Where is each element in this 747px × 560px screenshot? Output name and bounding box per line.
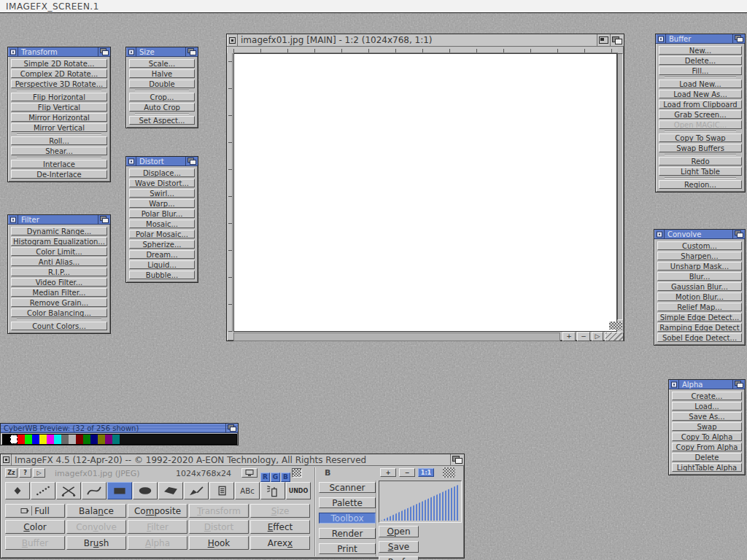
color-swatch[interactable] bbox=[134, 435, 142, 444]
blur-button[interactable]: Blur... bbox=[657, 272, 742, 281]
depth-gadget[interactable] bbox=[732, 380, 745, 389]
play-button[interactable]: ▷ bbox=[33, 468, 45, 478]
page-palette-button[interactable]: Palette bbox=[319, 497, 376, 508]
simple-2d-rotate-button[interactable]: Simple 2D Rotate... bbox=[11, 59, 107, 68]
composite-button[interactable]: Composite bbox=[128, 504, 187, 518]
copy-to-alpha-button[interactable]: Copy To Alpha bbox=[672, 432, 742, 441]
save-as-button[interactable]: Save As... bbox=[672, 412, 742, 421]
warp-button[interactable]: Warp... bbox=[129, 199, 195, 208]
close-gadget[interactable] bbox=[669, 380, 679, 389]
mirror-vertical-button[interactable]: Mirror Vertical bbox=[11, 123, 107, 132]
box-tool[interactable] bbox=[107, 482, 132, 499]
swap-buffers-button[interactable]: Swap Buffers bbox=[659, 144, 742, 152]
motion-blur-button[interactable]: Motion Blur... bbox=[657, 292, 742, 301]
toolbox-title-bar[interactable]: ImageFX 4.5 (12-Apr-20) -- © 1992-2020 A… bbox=[1, 454, 464, 466]
polar-mosaic-button[interactable]: Polar Mosaic... bbox=[129, 230, 195, 238]
scale-button[interactable]: Scale... bbox=[129, 59, 195, 68]
remove-grain-button[interactable]: Remove Grain... bbox=[11, 298, 107, 307]
color-swatch[interactable] bbox=[171, 435, 178, 444]
resize-gadget[interactable] bbox=[605, 332, 624, 341]
region-button[interactable]: Region... bbox=[659, 180, 742, 189]
help-button[interactable]: ? bbox=[19, 468, 31, 478]
effect-button[interactable]: Effect bbox=[250, 520, 310, 534]
color-swatch[interactable] bbox=[32, 435, 39, 444]
color-swatch[interactable] bbox=[214, 435, 222, 444]
image-canvas[interactable] bbox=[233, 53, 617, 332]
copy-from-alpha-button[interactable]: Copy From Alpha bbox=[672, 443, 742, 451]
close-gadget[interactable] bbox=[1, 454, 12, 465]
color-swatch[interactable] bbox=[149, 435, 156, 444]
depth-gadget[interactable] bbox=[450, 454, 464, 465]
video-filter-button[interactable]: Video Filter... bbox=[11, 278, 107, 287]
swirl-button[interactable]: Swirl... bbox=[129, 189, 195, 198]
median-filter-button[interactable]: Median Filter... bbox=[11, 288, 107, 297]
mosaic-button[interactable]: Mosaic... bbox=[129, 219, 195, 228]
load-from-clipboard-button[interactable]: Load from Clipboard bbox=[659, 100, 742, 109]
color-swatch[interactable] bbox=[90, 435, 98, 444]
crop-button[interactable]: Crop... bbox=[129, 93, 195, 101]
halve-button[interactable]: Halve bbox=[129, 69, 195, 78]
polar-blur-button[interactable]: Polar Blur... bbox=[129, 209, 195, 218]
depth-gadget[interactable] bbox=[185, 47, 198, 56]
close-gadget[interactable] bbox=[8, 47, 18, 56]
oval-tool[interactable] bbox=[133, 482, 158, 499]
pointer-tool[interactable] bbox=[5, 482, 30, 499]
displace-button[interactable]: Displace... bbox=[129, 168, 195, 177]
color-button[interactable]: Color bbox=[5, 520, 65, 534]
channel-b-button[interactable]: B bbox=[281, 472, 290, 482]
color-swatch[interactable] bbox=[54, 435, 61, 444]
page-print-button[interactable]: Print bbox=[319, 543, 376, 554]
new-button[interactable]: New... bbox=[659, 46, 742, 55]
pan-gadget[interactable]: ▷ bbox=[592, 332, 603, 341]
grab-screen-button[interactable]: Grab Screen... bbox=[659, 110, 742, 119]
canvas-zoom-in-button[interactable]: + bbox=[562, 332, 576, 341]
color-swatch[interactable] bbox=[127, 435, 134, 444]
palette-title-bar[interactable]: Size bbox=[126, 47, 198, 57]
unsharp-mask-button[interactable]: Unsharp Mask... bbox=[657, 262, 742, 271]
dither-toggle[interactable] bbox=[292, 468, 302, 478]
preview-title-bar[interactable]: CyberWB Preview: (32 of 256 shown) bbox=[1, 424, 238, 433]
complex-2d-rotate-button[interactable]: Complex 2D Rotate... bbox=[11, 69, 107, 78]
close-gadget[interactable] bbox=[656, 34, 666, 43]
color-swatch[interactable] bbox=[142, 435, 149, 444]
color-swatch[interactable] bbox=[25, 435, 32, 444]
brush-button[interactable]: Brush bbox=[66, 536, 126, 550]
depth-gadget[interactable] bbox=[225, 424, 238, 432]
double-button[interactable]: Double bbox=[129, 79, 195, 88]
draw-tool[interactable] bbox=[184, 482, 209, 499]
screen-mode-button[interactable] bbox=[241, 468, 258, 478]
color-swatch[interactable] bbox=[156, 435, 163, 444]
close-gadget[interactable] bbox=[227, 34, 238, 46]
full-button[interactable]: Full bbox=[5, 504, 65, 518]
color-swatch[interactable] bbox=[229, 435, 236, 444]
dream-button[interactable]: Dream... bbox=[129, 250, 195, 259]
color-swatch[interactable] bbox=[178, 435, 185, 444]
shear-button[interactable]: Shear... bbox=[11, 147, 107, 155]
palette-title-bar[interactable]: Filter bbox=[8, 215, 110, 225]
ramping-edge-detect-button[interactable]: Ramping Edge Detect bbox=[657, 323, 742, 332]
channel-g-button[interactable]: G bbox=[271, 472, 280, 482]
r-i-p-button[interactable]: R.I.P... bbox=[11, 268, 107, 276]
spray-tool[interactable] bbox=[260, 482, 285, 499]
redo-button[interactable]: Redo bbox=[659, 157, 742, 166]
palette-title-bar[interactable]: Alpha bbox=[669, 380, 745, 389]
palette-title-bar[interactable]: Buffer bbox=[656, 34, 745, 44]
palette-title-bar[interactable]: Transform bbox=[8, 47, 110, 57]
copy-to-swap-button[interactable]: Copy To Swap bbox=[659, 133, 742, 142]
flip-horizontal-button[interactable]: Flip Horizontal bbox=[11, 93, 107, 101]
delete-button[interactable]: Delete... bbox=[659, 56, 742, 65]
color-swatch[interactable] bbox=[207, 435, 214, 444]
close-gadget[interactable] bbox=[126, 47, 136, 56]
text-tool[interactable]: ABc bbox=[235, 482, 260, 499]
close-gadget[interactable] bbox=[654, 230, 665, 238]
color-swatch[interactable] bbox=[105, 435, 112, 444]
sobel-edge-detect-button[interactable]: Sobel Edge Detect... bbox=[657, 333, 742, 342]
arexx-button[interactable]: Arexx bbox=[250, 536, 310, 550]
color-swatch[interactable] bbox=[112, 435, 120, 444]
color-swatch[interactable] bbox=[69, 435, 76, 444]
save-button[interactable]: Save bbox=[379, 541, 419, 553]
liquid-button[interactable]: Liquid... bbox=[129, 260, 195, 269]
sharpen-button[interactable]: Sharpen... bbox=[657, 252, 742, 260]
palette-title-bar[interactable]: Distort bbox=[126, 157, 198, 166]
color-swatch[interactable] bbox=[193, 435, 200, 444]
